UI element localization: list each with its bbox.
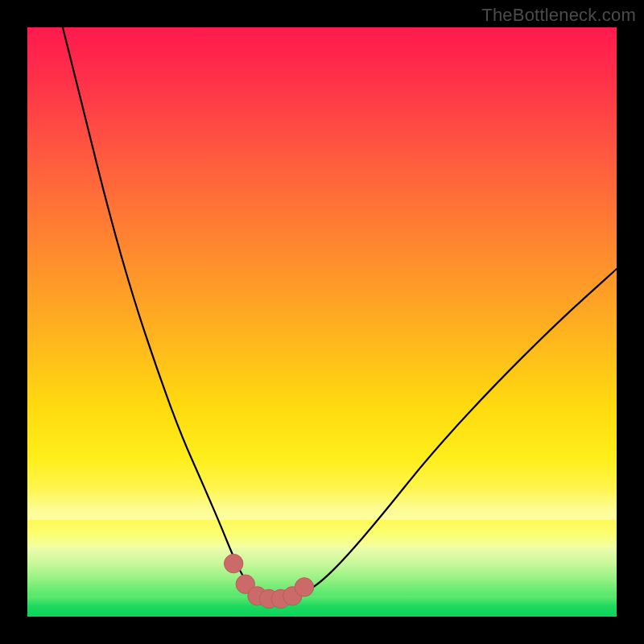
gradient-band-yellow (27, 520, 617, 547)
plot-area (27, 27, 617, 617)
curve-marker (295, 578, 313, 597)
bottleneck-curve (63, 27, 617, 599)
chart-frame: TheBottleneck.com (0, 0, 644, 644)
curve-marker (236, 575, 254, 593)
watermark-text: TheBottleneck.com (481, 5, 636, 26)
gradient-band-green (27, 596, 617, 617)
curve-marker (225, 554, 243, 572)
